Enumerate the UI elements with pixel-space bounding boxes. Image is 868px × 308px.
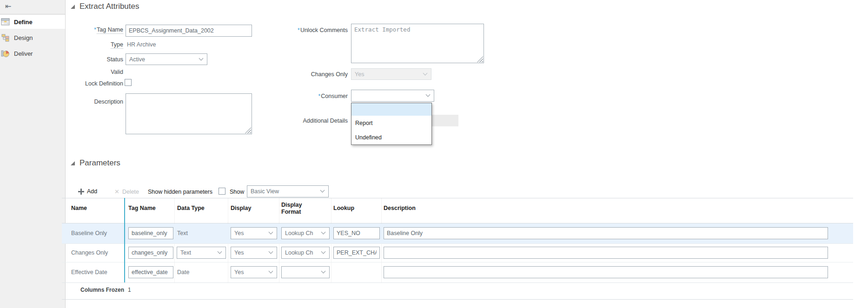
chevron-down-icon: [423, 71, 428, 75]
column-header-lookup[interactable]: Lookup: [333, 205, 354, 212]
status-select[interactable]: Active: [126, 53, 207, 65]
row-name-cell[interactable]: Changes Only: [71, 249, 108, 256]
deliver-chart-icon: [1, 49, 10, 58]
view-select[interactable]: Basic View: [247, 185, 329, 197]
row-border: [62, 282, 853, 283]
row-name-cell[interactable]: Effective Date: [71, 269, 107, 275]
select-value: Yes: [234, 269, 244, 275]
row-display-format-select[interactable]: Lookup Ch: [281, 247, 330, 259]
column-header-display-format[interactable]: Display Format: [281, 202, 309, 216]
row-display-select[interactable]: Yes: [231, 266, 277, 278]
row-display-format-select[interactable]: Lookup Ch: [281, 227, 330, 239]
lock-definition-label: Lock Definition: [56, 80, 123, 88]
select-value: Yes: [234, 230, 244, 236]
column-header-description[interactable]: Description: [384, 205, 416, 212]
table-top-border: [62, 198, 853, 198]
sidebar-item-design[interactable]: Design: [0, 31, 65, 45]
delete-button-label: Delete: [122, 189, 139, 195]
lock-definition-checkbox[interactable]: [125, 79, 132, 86]
show-hidden-parameters-checkbox[interactable]: [219, 188, 225, 195]
valid-label: Valid: [56, 69, 123, 76]
sidebar-item-deliver[interactable]: Deliver: [0, 46, 65, 60]
row-tag-name-input[interactable]: [128, 227, 173, 239]
plus-icon: [78, 189, 84, 195]
delete-parameter-button: ✕ Delete: [114, 188, 139, 195]
chevron-down-icon: [321, 230, 326, 235]
show-label: Show: [230, 189, 244, 195]
sidebar-item-label: Design: [14, 34, 33, 41]
consumer-option-undefined[interactable]: Undefined: [351, 130, 431, 144]
chevron-down-icon: [426, 92, 431, 97]
description-label: Description: [56, 98, 123, 106]
section-title: Parameters: [80, 158, 120, 168]
collapse-section-icon: [71, 5, 75, 9]
row-data-type-value: Date: [177, 269, 189, 275]
row-border: [62, 243, 853, 244]
row-lookup-input[interactable]: [333, 247, 380, 259]
changes-only-select: Yes: [351, 68, 431, 80]
sidebar-item-label: Deliver: [14, 50, 33, 57]
consumer-option-report[interactable]: Report: [351, 116, 431, 130]
row-data-type-select[interactable]: Text: [177, 247, 226, 259]
chevron-down-icon: [321, 269, 326, 274]
description-textarea[interactable]: [126, 93, 252, 134]
unlock-comments-textarea[interactable]: Extract Imported: [351, 24, 484, 63]
show-hidden-parameters-label: Show hidden parameters: [148, 189, 212, 195]
chevron-down-icon: [218, 249, 222, 254]
collapse-left-icon: ⇤: [5, 2, 11, 11]
row-description-input[interactable]: [384, 266, 828, 278]
add-button-label: Add: [87, 188, 97, 195]
status-select-value: Active: [129, 56, 145, 63]
chevron-down-icon: [269, 249, 273, 254]
columns-frozen-status: Columns Frozen1: [80, 287, 131, 293]
additional-details-label: Additional Details: [260, 118, 348, 125]
row-description-input[interactable]: [384, 247, 828, 259]
collapse-sidebar-button[interactable]: ⇤: [0, 0, 65, 14]
column-header-data-type[interactable]: Data Type: [177, 205, 205, 212]
row-display-select[interactable]: Yes: [231, 247, 277, 259]
select-value: Text: [180, 249, 191, 256]
chevron-down-icon: [321, 249, 326, 254]
chevron-down-icon: [269, 230, 273, 235]
consumer-select[interactable]: [351, 90, 434, 102]
row-tag-name-input[interactable]: [128, 266, 173, 278]
columns-frozen-label: Columns Frozen: [80, 287, 124, 293]
row-name-cell[interactable]: Baseline Only: [71, 230, 107, 236]
row-description-input[interactable]: [384, 227, 828, 239]
tag-name-label: *Tag Name: [56, 26, 123, 34]
column-header-tag-name[interactable]: Tag Name: [128, 205, 156, 212]
required-marker: *: [298, 27, 300, 33]
row-lookup-input[interactable]: [333, 227, 380, 239]
row-data-type-value: Text: [177, 230, 188, 236]
extract-attributes-header[interactable]: Extract Attributes: [71, 2, 139, 11]
changes-only-label: Changes Only: [260, 71, 348, 79]
status-label: Status: [56, 56, 123, 64]
x-delete-icon: ✕: [114, 188, 119, 195]
row-display-select[interactable]: Yes: [231, 227, 277, 239]
sidebar-item-define[interactable]: Define: [0, 15, 65, 29]
tag-name-input[interactable]: [126, 25, 252, 37]
extract-definition-page: ⇤ Define Design: [0, 0, 868, 308]
row-tag-name-input[interactable]: [128, 247, 173, 259]
required-marker: *: [318, 93, 320, 99]
type-value: HR Archive: [127, 41, 156, 48]
section-title: Extract Attributes: [80, 2, 139, 11]
chevron-down-icon: [199, 56, 204, 60]
sidebar-item-label: Define: [14, 19, 33, 26]
required-marker: *: [94, 26, 96, 33]
select-value: Yes: [234, 249, 244, 256]
column-header-name[interactable]: Name: [71, 205, 87, 212]
design-hierarchy-icon: [1, 33, 10, 42]
column-header-display[interactable]: Display: [231, 205, 251, 212]
type-label: Type: [56, 41, 123, 49]
frozen-column-divider[interactable]: [124, 198, 125, 282]
consumer-option-blank[interactable]: [351, 103, 431, 116]
add-parameter-button[interactable]: Add: [78, 188, 97, 195]
parameters-header[interactable]: Parameters: [71, 158, 120, 168]
view-select-value: Basic View: [251, 188, 279, 195]
columns-frozen-value: 1: [128, 287, 131, 293]
consumer-dropdown-list: Report Undefined: [351, 103, 432, 145]
row-display-format-select[interactable]: [281, 266, 330, 278]
consumer-label: *Consumer: [260, 93, 348, 100]
chevron-down-icon: [320, 188, 325, 193]
